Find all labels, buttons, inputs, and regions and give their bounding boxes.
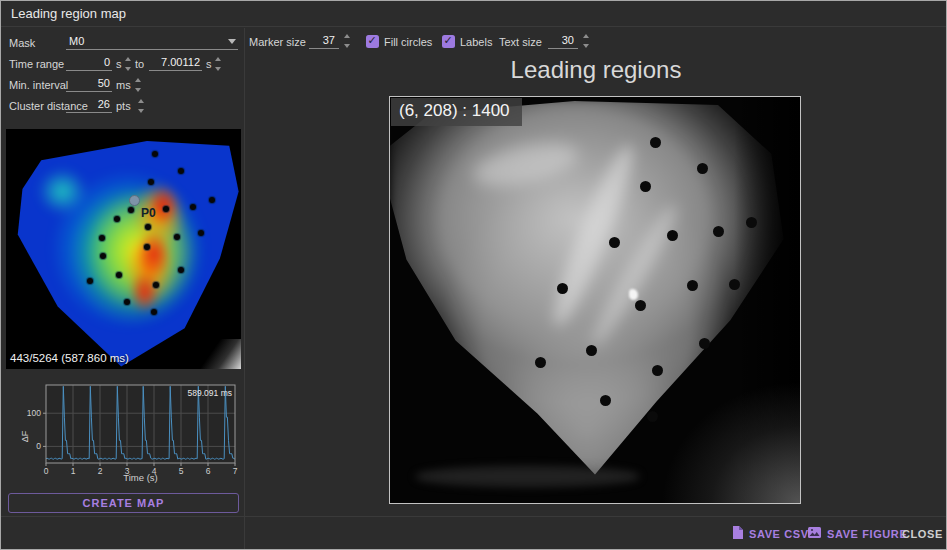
electrode-dot xyxy=(609,237,620,248)
electrode-dot xyxy=(116,272,122,278)
min-interval-input[interactable]: 50 xyxy=(66,77,112,92)
close-button[interactable]: CLOSE xyxy=(902,523,943,544)
trace-chart: 012345670100Time (s)ΔF589.091 ms xyxy=(21,383,239,483)
cluster-distance-input[interactable]: 26 xyxy=(66,98,112,113)
time-to-stepper[interactable] xyxy=(214,57,222,71)
cluster-distance-stepper[interactable] xyxy=(137,99,145,113)
marker-size-stepper[interactable] xyxy=(343,34,351,48)
electrode-dot xyxy=(145,224,151,230)
chevron-down-icon xyxy=(228,39,236,44)
electrode-dot xyxy=(178,267,184,273)
window-title: Leading region map xyxy=(11,6,126,21)
electrode-dot xyxy=(535,357,546,368)
cluster-distance-row: Cluster distance 26 pts xyxy=(9,98,238,114)
image-icon xyxy=(808,527,821,540)
electrode-dot xyxy=(635,300,646,311)
fill-circles-checkbox[interactable] xyxy=(366,35,379,48)
time-from-suffix: s xyxy=(116,58,122,70)
text-size-input[interactable]: 30 xyxy=(548,34,578,49)
time-range-joiner: to xyxy=(135,58,144,70)
min-interval-suffix: ms xyxy=(116,79,131,91)
fluorescence-trace-plot[interactable]: 012345670100Time (s)ΔF589.091 ms xyxy=(21,383,239,483)
mask-dropdown[interactable]: M0 xyxy=(66,35,238,50)
svg-text:589.091 ms: 589.091 ms xyxy=(188,388,232,398)
save-csv-label: SAVE CSV xyxy=(749,528,809,540)
electrode-dot xyxy=(209,197,215,203)
mask-label: Mask xyxy=(9,37,35,49)
fill-circles-label: Fill circles xyxy=(384,36,432,48)
text-size-stepper[interactable] xyxy=(582,34,590,48)
svg-text:6: 6 xyxy=(206,466,211,476)
electrode-dot xyxy=(144,244,150,250)
electrode-dot xyxy=(746,217,757,228)
electrode-dot xyxy=(87,278,93,284)
electrode-dot xyxy=(652,365,663,376)
min-interval-label: Min. interval xyxy=(9,79,68,91)
electrode-dot xyxy=(148,179,154,185)
p0-marker-label: P0 xyxy=(141,206,156,220)
electrode-dot xyxy=(729,279,740,290)
time-to-suffix: s xyxy=(206,58,212,70)
electrode-dot xyxy=(713,226,724,237)
electrode-dot xyxy=(174,234,180,240)
electrode-dot xyxy=(163,206,169,212)
electrode-dot xyxy=(600,395,611,406)
electrode-dot xyxy=(151,309,157,315)
text-size-label: Text size xyxy=(499,36,542,48)
electrode-dot xyxy=(152,151,158,157)
settings-panel: Mask M0 Time range 0 s to 7.00112 s Min.… xyxy=(1,28,245,549)
electrode-dot xyxy=(198,230,204,236)
activation-heatmap-preview[interactable]: P0 443/5264 (587.860 ms) xyxy=(6,129,241,369)
marker-size-input[interactable]: 37 xyxy=(309,34,339,49)
frame-caption: 443/5264 (587.860 ms) xyxy=(10,352,129,364)
save-figure-label: SAVE FIGURE xyxy=(827,528,907,540)
electrode-dot xyxy=(699,338,710,349)
titlebar: Leading region map xyxy=(1,1,946,27)
display-options-toolbar: Marker size 37 Fill circles Labels Text … xyxy=(246,31,946,51)
electrode-dot xyxy=(687,280,698,291)
save-figure-button[interactable]: SAVE FIGURE xyxy=(808,523,907,544)
svg-text:0: 0 xyxy=(44,466,49,476)
time-range-label: Time range xyxy=(9,58,64,70)
cursor-value-overlay: (6, 208) : 1400 xyxy=(391,98,522,126)
leading-region-map-window: Leading region map Mask M0 Time range 0 … xyxy=(0,0,947,550)
time-from-stepper[interactable] xyxy=(124,57,132,71)
electrode-dot xyxy=(100,253,106,259)
labels-checkbox[interactable] xyxy=(442,35,455,48)
electrode-dot xyxy=(124,299,130,305)
time-to-input[interactable]: 7.00112 xyxy=(149,56,202,71)
time-from-input[interactable]: 0 xyxy=(66,56,112,71)
electrode-dot xyxy=(650,137,661,148)
save-csv-button[interactable]: SAVE CSV xyxy=(732,523,809,544)
marker-size-label: Marker size xyxy=(249,36,306,48)
electrode-dot xyxy=(128,207,134,213)
electrode-dot xyxy=(586,345,597,356)
p0-marker[interactable] xyxy=(129,195,140,206)
electrode-dot xyxy=(667,230,678,241)
cluster-distance-suffix: pts xyxy=(116,100,131,112)
svg-text:Time (s): Time (s) xyxy=(123,472,157,483)
mask-row: Mask M0 xyxy=(9,35,238,51)
file-icon xyxy=(732,526,743,541)
mask-value: M0 xyxy=(69,35,84,47)
leading-regions-image[interactable]: (6, 208) : 1400 xyxy=(389,96,801,504)
min-interval-row: Min. interval 50 ms xyxy=(9,77,238,93)
electrode-dot xyxy=(557,283,568,294)
svg-text:2: 2 xyxy=(98,466,103,476)
electrode-dot xyxy=(178,168,184,174)
min-interval-stepper[interactable] xyxy=(134,78,142,92)
svg-text:ΔF: ΔF xyxy=(21,430,30,442)
create-map-button[interactable]: CREATE MAP xyxy=(8,493,239,513)
electrode-dot xyxy=(640,181,651,192)
electrode-dot xyxy=(647,411,658,422)
svg-text:5: 5 xyxy=(179,466,184,476)
heatmap-dots-layer xyxy=(6,129,241,369)
specular-highlight xyxy=(629,289,638,300)
main-area: Marker size 37 Fill circles Labels Text … xyxy=(246,28,946,516)
svg-text:100: 100 xyxy=(27,408,41,418)
footer-bar: SAVE CSV SAVE FIGURE CLOSE xyxy=(1,516,946,549)
electrode-dot xyxy=(697,163,708,174)
svg-text:0: 0 xyxy=(36,441,41,451)
electrode-dot xyxy=(153,282,159,288)
svg-text:1: 1 xyxy=(71,466,76,476)
